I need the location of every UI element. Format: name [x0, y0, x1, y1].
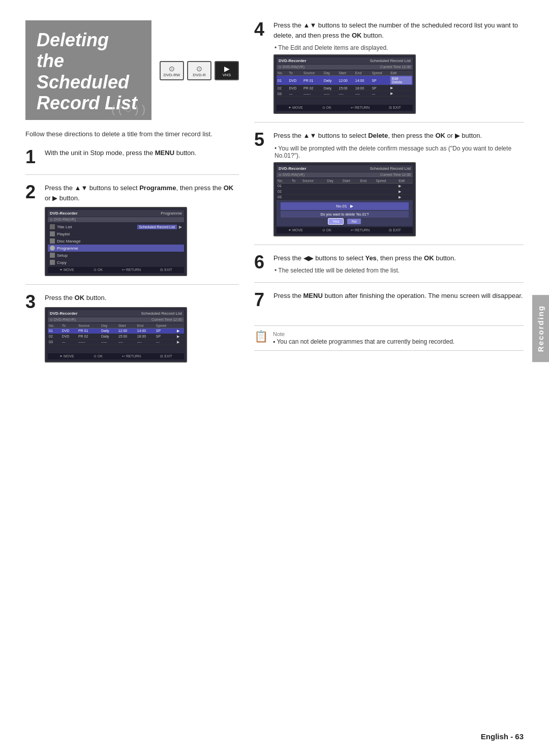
dvd-r-icon: ⊙ DVD-R [187, 61, 211, 80]
step-5: 5 Press the ▲▼ buttons to select Delete,… [254, 131, 524, 245]
menu-setup: Setup [48, 252, 184, 259]
step-2-number: 2 [25, 183, 40, 276]
step-3: 3 Press the OK button. DVD-Recorder Sche… [25, 293, 239, 371]
step-7: 7 Press the MENU button after finishing … [254, 291, 524, 317]
step-7-content: Press the MENU button after finishing th… [273, 291, 524, 309]
step-4-number: 4 [254, 20, 268, 114]
scheduled-table-1: No.ToSourceDayStartEndSpeed 01DVDPR 01Da… [48, 323, 184, 345]
right-column: 4 Press the ▲▼ buttons to select the num… [254, 20, 524, 379]
scheduled-screen-1-footer: ✦ MOVE⊙ OK↩ RETURN⊟ EXIT [48, 353, 184, 359]
menu-programme: Programme [48, 245, 184, 252]
page-container: Recording Deleting the Scheduled Record … [0, 0, 549, 756]
menu-copy: Copy [48, 259, 184, 266]
step-3-content: Press the OK button. DVD-Recorder Schedu… [45, 293, 239, 362]
step-5-subnote: • You will be prompted with the delete c… [273, 145, 524, 159]
device-icons: ⊙ DVD-RW ⊙ DVD-R ▶ VHS [160, 61, 239, 80]
step-6-subnote: • The selected title will be deleted fro… [273, 267, 524, 274]
step-4-content: Press the ▲▼ buttons to select the numbe… [273, 20, 524, 114]
step-3-text: Press the OK button. [45, 293, 239, 303]
delete-confirm-screen: DVD-Recorder Scheduled Record List ⊙ DVD… [273, 162, 416, 236]
dialog-yes-button[interactable]: Yes [328, 219, 343, 224]
step-3-number: 3 [25, 293, 40, 362]
step-1-text: With the unit in Stop mode, press the ME… [45, 148, 239, 158]
step-5-number: 5 [254, 131, 268, 236]
programme-screen-footer: ✦ MOVE⊙ OK↩ RETURN⊟ EXIT [48, 267, 184, 273]
note-label: Note [273, 331, 454, 337]
step-7-text: Press the MENU button after finishing th… [273, 291, 524, 301]
scheduled-edit-screen-footer: ✦ MOVE⊙ OK↩ RETURN⊟ EXIT [277, 105, 413, 111]
step-6-text: Press the ◀▶ buttons to select Yes, then… [273, 253, 524, 263]
step-4: 4 Press the ▲▼ buttons to select the num… [254, 20, 524, 123]
dvd-rw-icon: ⊙ DVD-RW [160, 61, 184, 80]
title-section: Deleting the Scheduled Record List ( ( ○… [25, 20, 239, 120]
title-decoration: ( ( ○ ) ) [111, 103, 145, 116]
note-section: 📋 Note ▪ You can not delete programmes t… [254, 325, 524, 351]
step-1-number: 1 [25, 148, 40, 166]
page-footer: English - 63 [481, 732, 524, 741]
note-icon: 📋 [254, 330, 268, 343]
intro-text: Follow these directions to delete a titl… [25, 129, 229, 139]
main-content: Deleting the Scheduled Record List ( ( ○… [25, 20, 524, 379]
dialog-title: No.01 ▶ [281, 202, 409, 210]
vhs-icon: ▶ VHS [215, 61, 239, 80]
step-6-number: 6 [254, 253, 268, 275]
step-6: 6 Press the ◀▶ buttons to select Yes, th… [254, 253, 524, 283]
dialog-message: Do you want to delete 'No.01'? [281, 211, 409, 218]
step-4-subnote: • The Edit and Delete items are displaye… [273, 44, 524, 51]
side-recording-tab: Recording [532, 295, 549, 362]
step-6-content: Press the ◀▶ buttons to select Yes, then… [273, 253, 524, 275]
step-5-content: Press the ▲▼ buttons to select Delete, t… [273, 131, 524, 236]
programme-menu-items: Title List Scheduled Record List ▶ Playl… [48, 223, 184, 266]
programme-menu-screen: DVD-Recorder Programme ⊙ DVD-RW(VR) Titl… [45, 207, 187, 276]
menu-disc-manage: Disc Manage [48, 237, 184, 245]
step-2-content: Press the ▲▼ buttons to select Programme… [45, 183, 239, 276]
confirm-screen-footer: ✦ MOVE⊙ OK↩ RETURN⊟ EXIT [277, 227, 413, 233]
scheduled-list-screen-1: DVD-Recorder Scheduled Record List ⊙ DVD… [45, 307, 187, 362]
step-4-text: Press the ▲▼ buttons to select the numbe… [273, 20, 524, 40]
dialog-buttons: Yes No [279, 219, 411, 224]
left-column: Deleting the Scheduled Record List ( ( ○… [25, 20, 239, 379]
scheduled-table-edit: No.ToSourceDayStartEndSpeedEdit 01DVDPR … [277, 71, 413, 97]
scheduled-list-edit-screen: DVD-Recorder Scheduled Record List ⊙ DVD… [273, 54, 416, 114]
step-2: 2 Press the ▲▼ buttons to select Program… [25, 183, 239, 285]
step-7-number: 7 [254, 291, 268, 309]
menu-playlist: Playlist [48, 230, 184, 237]
note-text: ▪ You can not delete programmes that are… [273, 337, 454, 346]
step-1: 1 With the unit in Stop mode, press the … [25, 148, 239, 175]
scheduled-table-confirm: No.ToSourceDayStartEndSpeedEdit 01▶ 02▶ … [277, 178, 413, 200]
page-title: Deleting the Scheduled Record List [37, 29, 140, 114]
step-2-text: Press the ▲▼ buttons to select Programme… [45, 183, 239, 203]
menu-title-list: Title List Scheduled Record List ▶ [48, 223, 184, 230]
step-1-content: With the unit in Stop mode, press the ME… [45, 148, 239, 166]
step-5-text: Press the ▲▼ buttons to select Delete, t… [273, 131, 524, 141]
dialog-no-button[interactable]: No [347, 219, 360, 224]
title-box: Deleting the Scheduled Record List ( ( ○… [25, 20, 151, 120]
